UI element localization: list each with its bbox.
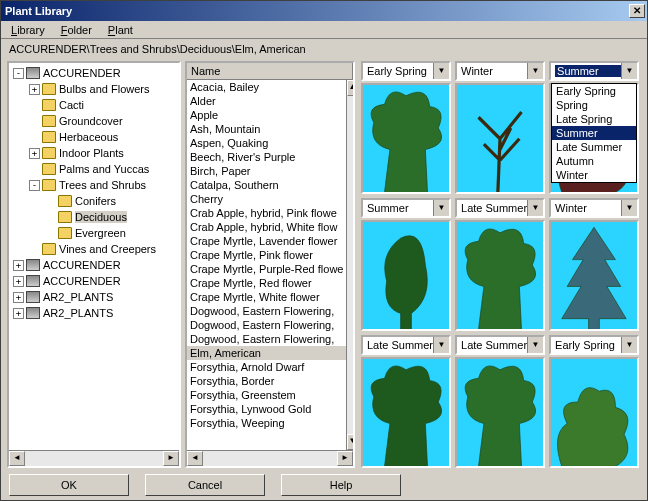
list-item[interactable]: Crape Myrtle, Lavender flower xyxy=(187,234,346,248)
expand-icon[interactable]: + xyxy=(13,276,24,287)
plant-thumbnail[interactable] xyxy=(455,220,545,331)
dropdown-option[interactable]: Autumn xyxy=(552,154,636,168)
list-item[interactable]: Forsythia, Greenstem xyxy=(187,388,346,402)
folder-tree[interactable]: -ACCURENDER+Bulbs and FlowersCactiGround… xyxy=(7,61,181,468)
list-item[interactable]: Crab Apple, hybrid, White flow xyxy=(187,220,346,234)
season-combo[interactable]: Winter▼ xyxy=(455,61,545,81)
dropdown-option[interactable]: Late Summer xyxy=(552,140,636,154)
plant-thumbnail[interactable] xyxy=(361,357,451,468)
dropdown-option[interactable]: Early Spring xyxy=(552,84,636,98)
list-item[interactable]: Crape Myrtle, Purple-Red flowe xyxy=(187,262,346,276)
list-item[interactable]: Cherry xyxy=(187,192,346,206)
plant-thumbnail[interactable] xyxy=(455,83,545,194)
season-combo[interactable]: Early Spring▼ xyxy=(361,61,451,81)
list-item[interactable]: Dogwood, Eastern Flowering, xyxy=(187,304,346,318)
list-item[interactable]: Forsythia, Weeping xyxy=(187,416,346,430)
season-combo[interactable]: Summer▼ xyxy=(361,198,451,218)
list-header-name[interactable]: Name xyxy=(187,63,353,80)
scroll-left-icon[interactable]: ◄ xyxy=(9,451,25,466)
list-item[interactable]: Aspen, Quaking xyxy=(187,136,346,150)
dropdown-option[interactable]: Summer xyxy=(552,126,636,140)
list-item[interactable]: Elm, American xyxy=(187,346,346,360)
list-item[interactable]: Alder xyxy=(187,94,346,108)
cancel-button[interactable]: Cancel xyxy=(145,474,265,496)
list-item[interactable]: Forsythia, Lynwood Gold xyxy=(187,402,346,416)
expand-icon[interactable]: - xyxy=(13,68,24,79)
close-button[interactable]: ✕ xyxy=(629,4,645,18)
plant-thumbnail[interactable] xyxy=(549,220,639,331)
tree-item-trees-and-shrubs[interactable]: -Trees and Shrubs xyxy=(11,177,177,193)
expand-icon[interactable]: + xyxy=(13,308,24,319)
tree-item-conifers[interactable]: Conifers xyxy=(11,193,177,209)
scroll-right-icon[interactable]: ► xyxy=(337,451,353,466)
menu-plant[interactable]: Plant xyxy=(102,22,139,38)
list-item[interactable]: Dogwood, Eastern Flowering, xyxy=(187,332,346,346)
tree-item-groundcover[interactable]: Groundcover xyxy=(11,113,177,129)
dropdown-option[interactable]: Winter xyxy=(552,168,636,182)
chevron-down-icon[interactable]: ▼ xyxy=(433,200,449,216)
plant-thumbnail[interactable] xyxy=(361,220,451,331)
season-combo[interactable]: Winter▼ xyxy=(549,198,639,218)
season-combo[interactable]: Late Summer▼ xyxy=(455,198,545,218)
help-button[interactable]: Help xyxy=(281,474,401,496)
list-item[interactable]: Dogwood, Eastern Flowering, xyxy=(187,318,346,332)
season-combo[interactable]: Late Summer▼ xyxy=(361,335,451,355)
list-item[interactable]: Crape Myrtle, White flower xyxy=(187,290,346,304)
tree-item-accurender[interactable]: -ACCURENDER xyxy=(11,65,177,81)
dropdown-option[interactable]: Spring xyxy=(552,98,636,112)
list-item[interactable]: Forsythia, Arnold Dwarf xyxy=(187,360,346,374)
season-combo[interactable]: Summer▼Early SpringSpringLate SpringSumm… xyxy=(549,61,639,81)
tree-item-ar2-plants[interactable]: +AR2_PLANTS xyxy=(11,305,177,321)
expand-icon[interactable]: + xyxy=(29,148,40,159)
tree-item-deciduous[interactable]: Deciduous xyxy=(11,209,177,225)
tree-item-palms-and-yuccas[interactable]: Palms and Yuccas xyxy=(11,161,177,177)
expand-icon[interactable]: + xyxy=(13,260,24,271)
season-combo[interactable]: Early Spring▼ xyxy=(549,335,639,355)
plant-thumbnail[interactable] xyxy=(361,83,451,194)
list-hscroll[interactable]: ◄ ► xyxy=(187,450,353,466)
list-item[interactable]: Crape Myrtle, Red flower xyxy=(187,276,346,290)
list-item[interactable]: Ash, Mountain xyxy=(187,122,346,136)
plant-thumbnail[interactable] xyxy=(549,357,639,468)
dropdown-option[interactable]: Late Spring xyxy=(552,112,636,126)
tree-item-herbaceous[interactable]: Herbaceous xyxy=(11,129,177,145)
plant-thumbnail[interactable] xyxy=(455,357,545,468)
chevron-down-icon[interactable]: ▼ xyxy=(621,200,637,216)
scroll-down-icon[interactable]: ▼ xyxy=(347,434,353,450)
list-item[interactable]: Crab Apple, hybrid, Pink flowe xyxy=(187,206,346,220)
tree-item-cacti[interactable]: Cacti xyxy=(11,97,177,113)
menu-folder[interactable]: Folder xyxy=(55,22,98,38)
chevron-down-icon[interactable]: ▼ xyxy=(433,337,449,353)
ok-button[interactable]: OK xyxy=(9,474,129,496)
chevron-down-icon[interactable]: ▼ xyxy=(527,337,543,353)
list-item[interactable]: Acacia, Bailey xyxy=(187,80,346,94)
chevron-down-icon[interactable]: ▼ xyxy=(527,200,543,216)
scroll-up-icon[interactable]: ▲ xyxy=(347,80,353,96)
list-item[interactable]: Crape Myrtle, Pink flower xyxy=(187,248,346,262)
tree-item-evergreen[interactable]: Evergreen xyxy=(11,225,177,241)
expand-icon[interactable]: + xyxy=(13,292,24,303)
menu-library[interactable]: Library xyxy=(5,22,51,38)
chevron-down-icon[interactable]: ▼ xyxy=(621,337,637,353)
tree-item-indoor-plants[interactable]: +Indoor Plants xyxy=(11,145,177,161)
tree-item-accurender[interactable]: +ACCURENDER xyxy=(11,273,177,289)
tree-item-accurender[interactable]: +ACCURENDER xyxy=(11,257,177,273)
list-vscroll[interactable]: ▲ ▼ xyxy=(346,80,353,450)
list-item[interactable]: Apple xyxy=(187,108,346,122)
list-item[interactable]: Forsythia, Border xyxy=(187,374,346,388)
chevron-down-icon[interactable]: ▼ xyxy=(527,63,543,79)
tree-item-ar2-plants[interactable]: +AR2_PLANTS xyxy=(11,289,177,305)
scroll-right-icon[interactable]: ► xyxy=(163,451,179,466)
chevron-down-icon[interactable]: ▼ xyxy=(433,63,449,79)
season-combo[interactable]: Late Summer▼ xyxy=(455,335,545,355)
plant-list[interactable]: Name Acacia, BaileyAlderAppleAsh, Mounta… xyxy=(185,61,355,468)
season-dropdown[interactable]: Early SpringSpringLate SpringSummerLate … xyxy=(551,83,637,183)
tree-hscroll[interactable]: ◄ ► xyxy=(9,450,179,466)
expand-icon[interactable]: - xyxy=(29,180,40,191)
list-item[interactable]: Birch, Paper xyxy=(187,164,346,178)
list-item[interactable]: Catalpa, Southern xyxy=(187,178,346,192)
scroll-left-icon[interactable]: ◄ xyxy=(187,451,203,466)
tree-item-bulbs-and-flowers[interactable]: +Bulbs and Flowers xyxy=(11,81,177,97)
list-item[interactable]: Beech, River's Purple xyxy=(187,150,346,164)
expand-icon[interactable]: + xyxy=(29,84,40,95)
